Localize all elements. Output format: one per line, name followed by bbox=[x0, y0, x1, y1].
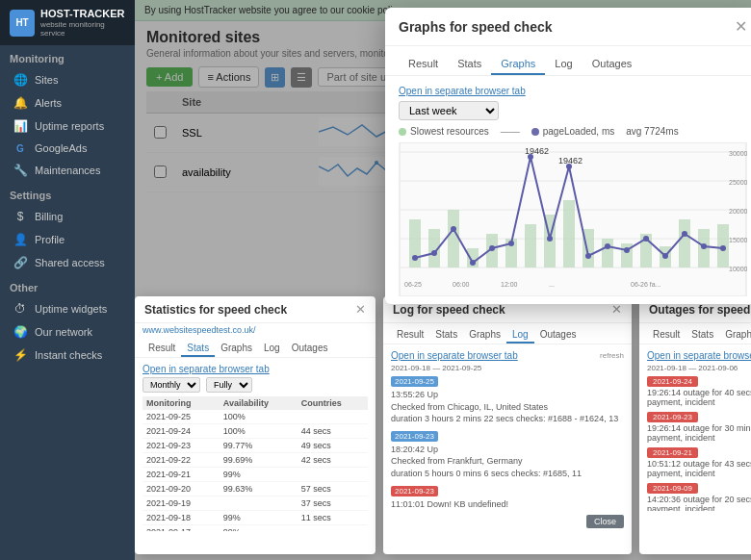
tab-stats[interactable]: Stats bbox=[448, 54, 491, 75]
tab-graphs[interactable]: Graphs bbox=[491, 54, 545, 75]
chart-legend: Slowest resources —— pageLoaded, ms avg … bbox=[399, 126, 747, 137]
svg-rect-17 bbox=[563, 200, 575, 267]
log-tab-outages[interactable]: Outages bbox=[534, 327, 583, 344]
section-other: Other bbox=[0, 274, 135, 297]
svg-point-27 bbox=[431, 250, 437, 256]
sidebar-item-alerts[interactable]: 🔔 Alerts bbox=[0, 91, 135, 115]
log-entry: 2021-09-25 13:55:26 UpChecked from Chica… bbox=[391, 376, 624, 425]
billing-icon: $ bbox=[13, 210, 27, 223]
log-open-tab[interactable]: Open in separate browser tab bbox=[391, 350, 518, 361]
graphs-modal-header: Graphs for speed check ✕ bbox=[385, 8, 751, 46]
stats-row: 2021-09-1899%11 secs bbox=[142, 511, 368, 525]
stats-tab-stats[interactable]: Stats bbox=[181, 341, 215, 357]
tab-outages[interactable]: Outages bbox=[583, 54, 642, 75]
log-tab-result[interactable]: Result bbox=[391, 327, 429, 344]
svg-point-35 bbox=[585, 253, 591, 259]
instant-checks-icon: ⚡ bbox=[13, 348, 27, 362]
graphs-modal-tabs: Result Stats Graphs Log Outages bbox=[385, 46, 751, 76]
main-content: By using HostTracker website you agree t… bbox=[135, 0, 751, 560]
outage-entry: 2021-09-21 10:51:12 outage for 43 secs (… bbox=[647, 447, 751, 478]
period-select[interactable]: Last week Last day Last month Last 3 mon… bbox=[399, 101, 499, 120]
svg-point-30 bbox=[489, 245, 495, 251]
outages-tab-graphs[interactable]: Graphs bbox=[719, 327, 751, 344]
sidebar-logo: HT HOST-TRACKER website monitoring servi… bbox=[0, 0, 135, 45]
svg-point-42 bbox=[720, 245, 726, 251]
stats-open-tab[interactable]: Open in separate browser tab bbox=[142, 364, 270, 374]
stats-row: 2021-09-2299.69%42 secs bbox=[142, 453, 368, 468]
graphs-modal-body: Open in separate browser tab Last week L… bbox=[385, 76, 751, 304]
graphs-modal-close[interactable]: ✕ bbox=[735, 17, 747, 36]
stats-period-select[interactable]: MonthlyDaily bbox=[142, 377, 200, 393]
svg-text:06-26 fa...: 06-26 fa... bbox=[631, 281, 661, 288]
log-entries: 2021-09-25 13:55:26 UpChecked from Chica… bbox=[391, 376, 624, 511]
sidebar-item-sites[interactable]: 🌐 Sites bbox=[0, 68, 135, 91]
svg-text:10000: 10000 bbox=[729, 266, 747, 272]
log-tab-graphs[interactable]: Graphs bbox=[463, 327, 506, 344]
svg-text:...: ... bbox=[549, 281, 555, 288]
our-network-icon: 🌍 bbox=[13, 325, 27, 339]
sidebar-item-maintenances[interactable]: 🔧 Maintenances bbox=[0, 159, 135, 182]
stats-modal-title: Statistics for speed check bbox=[144, 303, 287, 317]
outages-tab-stats[interactable]: Stats bbox=[686, 327, 719, 344]
svg-point-31 bbox=[508, 241, 514, 246]
logo-icon: HT bbox=[10, 10, 35, 37]
logo-title: HOST-TRACKER bbox=[40, 8, 125, 20]
stats-row: 2021-09-1937 secs bbox=[142, 496, 368, 511]
graphs-modal: Graphs for speed check ✕ Result Stats Gr… bbox=[385, 8, 751, 304]
svg-point-38 bbox=[643, 236, 649, 242]
stats-modal-close[interactable]: ✕ bbox=[355, 302, 366, 317]
log-modal-close[interactable]: ✕ bbox=[611, 302, 622, 317]
tab-log[interactable]: Log bbox=[545, 54, 582, 75]
stats-tab-outages[interactable]: Outages bbox=[286, 341, 334, 357]
stats-modal-body: Open in separate browser tab MonthlyDail… bbox=[135, 358, 376, 537]
uptime-reports-icon: 📊 bbox=[13, 119, 27, 133]
outages-tab-result[interactable]: Result bbox=[647, 327, 686, 344]
svg-text:19462: 19462 bbox=[558, 156, 583, 165]
stats-row: 2021-09-2399.77%49 secs bbox=[142, 439, 368, 453]
stats-modal-header: Statistics for speed check ✕ bbox=[135, 296, 376, 323]
sidebar-item-uptime-reports[interactable]: 📊 Uptime reports bbox=[0, 115, 135, 138]
stats-row: 2021-09-1799% bbox=[142, 525, 368, 532]
outages-open-tab[interactable]: Open in separate browser tab bbox=[647, 350, 751, 361]
shared-access-icon: 🔗 bbox=[13, 256, 27, 269]
profile-icon: 👤 bbox=[13, 233, 27, 246]
log-period-range: 2021-09-18 — 2021-09-25 bbox=[391, 364, 624, 372]
tab-result[interactable]: Result bbox=[399, 54, 448, 75]
sidebar-item-shared-access[interactable]: 🔗 Shared access bbox=[0, 251, 135, 274]
log-modal-tabs: Result Stats Graphs Log Outages bbox=[383, 323, 632, 344]
log-close-button[interactable]: Close bbox=[586, 515, 624, 528]
sites-icon: 🌐 bbox=[13, 73, 27, 87]
stats-tab-graphs[interactable]: Graphs bbox=[215, 341, 258, 357]
stats-tab-result[interactable]: Result bbox=[142, 341, 181, 357]
sidebar-item-googleads[interactable]: G GoogleAds bbox=[0, 138, 135, 159]
log-tab-log[interactable]: Log bbox=[506, 327, 534, 344]
svg-point-29 bbox=[470, 260, 476, 266]
sidebar-item-billing[interactable]: $ Billing bbox=[0, 205, 135, 228]
svg-text:06-25: 06-25 bbox=[404, 281, 422, 288]
stats-table: Monitoring Availability Countries 2021-0… bbox=[142, 396, 368, 531]
stats-tab-log[interactable]: Log bbox=[258, 341, 286, 357]
maintenances-icon: 🔧 bbox=[13, 164, 27, 177]
section-monitoring: Monitoring bbox=[0, 45, 135, 68]
svg-text:19462: 19462 bbox=[525, 146, 549, 156]
stats-subtitle: www.websitespeedtest.co.uk/ bbox=[135, 323, 376, 337]
outages-modal-tabs: Result Stats Graphs Log Outages bbox=[639, 323, 751, 344]
sidebar-item-uptime-widgets[interactable]: ⏱ Uptime widgets bbox=[0, 297, 135, 320]
svg-text:15000: 15000 bbox=[729, 237, 747, 243]
svg-point-33 bbox=[547, 236, 553, 242]
sidebar-item-our-network[interactable]: 🌍 Our network bbox=[0, 320, 135, 344]
stats-period2-select[interactable]: Fully bbox=[206, 377, 252, 393]
open-tab-link[interactable]: Open in separate browser tab bbox=[399, 86, 526, 96]
outage-entry: 2021-09-24 19:26:14 outage for 40 secs (… bbox=[647, 376, 751, 407]
stats-row: 2021-09-2099.63%57 secs bbox=[142, 482, 368, 496]
svg-point-40 bbox=[682, 231, 687, 237]
svg-text:06:00: 06:00 bbox=[453, 281, 470, 288]
log-modal-body: Open in separate browser tab refresh 202… bbox=[383, 344, 632, 534]
sidebar-item-instant-checks[interactable]: ⚡ Instant checks bbox=[0, 344, 135, 367]
outage-entry: 2021-09-09 14:20:36 outage for 20 secs (… bbox=[647, 483, 751, 511]
sidebar-item-profile[interactable]: 👤 Profile bbox=[0, 228, 135, 251]
stats-modal-tabs: Result Stats Graphs Log Outages bbox=[135, 337, 376, 358]
graphs-modal-title: Graphs for speed check bbox=[399, 19, 553, 35]
log-tab-stats[interactable]: Stats bbox=[429, 327, 463, 344]
svg-point-36 bbox=[605, 243, 610, 249]
